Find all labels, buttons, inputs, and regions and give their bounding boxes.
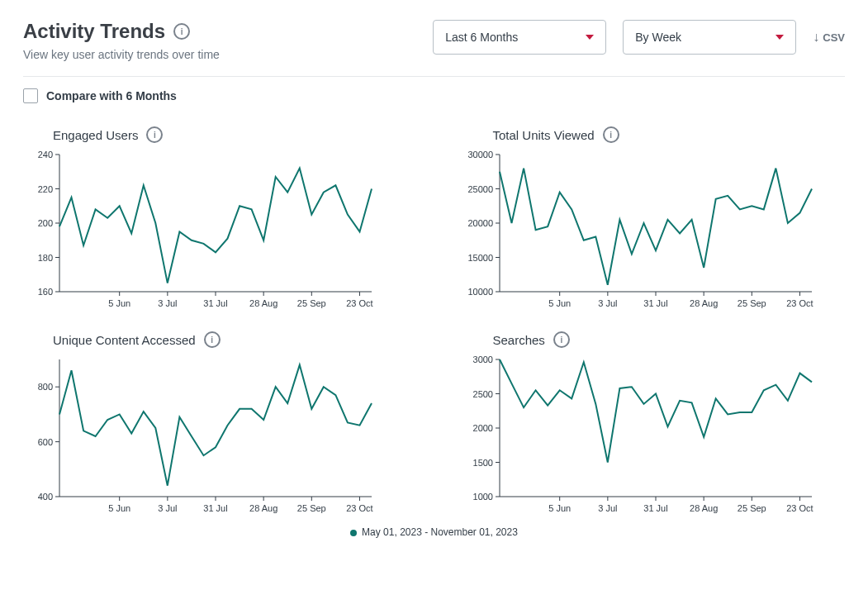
- chart-title: Unique Content Accessed: [53, 333, 196, 347]
- granularity-select[interactable]: By Week: [623, 20, 796, 55]
- chart-title: Total Units Viewed: [493, 128, 595, 142]
- x-tick-label: 23 Oct: [346, 503, 372, 513]
- x-tick-label: 5 Jun: [548, 298, 571, 308]
- y-tick-label: 160: [38, 287, 53, 297]
- download-icon: ↓: [813, 31, 819, 44]
- page-title: Activity Trends: [23, 20, 165, 43]
- x-tick-label: 3 Jul: [158, 503, 177, 513]
- page-subtitle: View key user activity trends over time: [23, 48, 220, 61]
- x-tick-label: 28 Aug: [690, 298, 718, 308]
- x-tick-label: 28 Aug: [690, 503, 718, 513]
- info-icon[interactable]: [173, 23, 190, 40]
- info-icon[interactable]: [603, 126, 619, 143]
- chart-content: Unique Content Accessed4006008005 Jun3 J…: [23, 331, 406, 520]
- y-tick-label: 1500: [472, 458, 492, 468]
- x-tick-label: 5 Jun: [548, 503, 571, 513]
- y-tick-label: 400: [38, 492, 53, 502]
- y-tick-label: 600: [38, 437, 53, 447]
- y-tick-label: 240: [38, 150, 53, 159]
- y-tick-label: 3000: [472, 354, 492, 364]
- chart-searches: Searches100015002000250030005 Jun3 Jul31…: [463, 331, 846, 520]
- info-icon[interactable]: [553, 331, 570, 348]
- x-tick-label: 23 Oct: [346, 298, 372, 308]
- csv-label: CSV: [823, 31, 845, 44]
- y-tick-label: 30000: [467, 150, 493, 159]
- x-tick-label: 5 Jun: [108, 503, 130, 513]
- chart-svg-engaged: 1601802002202405 Jun3 Jul31 Jul28 Aug25 …: [23, 150, 378, 315]
- legend-range: May 01, 2023 - November 01, 2023: [362, 526, 518, 538]
- chart-svg-content: 4006008005 Jun3 Jul31 Jul28 Aug25 Sep23 …: [23, 354, 378, 520]
- x-tick-label: 31 Jul: [643, 503, 667, 513]
- x-tick-label: 31 Jul: [643, 298, 667, 308]
- chart-title: Searches: [493, 333, 545, 347]
- x-tick-label: 25 Sep: [737, 298, 766, 308]
- chart-units: Total Units Viewed1000015000200002500030…: [463, 126, 846, 315]
- x-tick-label: 3 Jul: [598, 298, 617, 308]
- info-icon[interactable]: [204, 331, 221, 348]
- chevron-down-icon: [586, 35, 594, 40]
- granularity-label: By Week: [635, 31, 681, 44]
- series-line: [500, 359, 812, 463]
- x-tick-label: 25 Sep: [737, 503, 766, 513]
- y-tick-label: 2000: [472, 423, 492, 433]
- chart-title: Engaged Users: [53, 128, 138, 142]
- series-line: [59, 169, 372, 283]
- x-tick-label: 25 Sep: [297, 503, 326, 513]
- date-range-label: Last 6 Months: [445, 31, 518, 44]
- x-tick-label: 25 Sep: [297, 298, 326, 308]
- y-tick-label: 15000: [467, 253, 493, 263]
- y-tick-label: 10000: [467, 287, 493, 297]
- compare-label: Compare with 6 Months: [46, 89, 177, 102]
- y-tick-label: 180: [38, 253, 53, 263]
- y-tick-label: 220: [38, 184, 53, 194]
- x-tick-label: 3 Jul: [158, 298, 177, 308]
- chart-engaged: Engaged Users1601802002202405 Jun3 Jul31…: [23, 126, 406, 315]
- y-tick-label: 20000: [467, 218, 493, 228]
- y-tick-label: 1000: [472, 492, 492, 502]
- legend: May 01, 2023 - November 01, 2023: [23, 526, 845, 538]
- y-tick-label: 800: [38, 382, 53, 392]
- compare-checkbox[interactable]: [23, 88, 38, 103]
- chevron-down-icon: [776, 35, 784, 40]
- series-line: [500, 169, 812, 285]
- y-tick-label: 25000: [467, 184, 493, 194]
- x-tick-label: 23 Oct: [786, 298, 813, 308]
- y-tick-label: 2500: [472, 389, 492, 399]
- download-csv-button[interactable]: ↓ CSV: [813, 31, 845, 44]
- x-tick-label: 28 Aug: [249, 503, 277, 513]
- chart-svg-searches: 100015002000250030005 Jun3 Jul31 Jul28 A…: [463, 354, 818, 520]
- x-tick-label: 28 Aug: [249, 298, 277, 308]
- series-line: [59, 365, 372, 486]
- legend-dot-icon: [350, 530, 357, 536]
- x-tick-label: 23 Oct: [786, 503, 813, 513]
- x-tick-label: 31 Jul: [203, 298, 227, 308]
- info-icon[interactable]: [146, 126, 163, 143]
- x-tick-label: 5 Jun: [108, 298, 130, 308]
- x-tick-label: 3 Jul: [598, 503, 617, 513]
- chart-svg-units: 10000150002000025000300005 Jun3 Jul31 Ju…: [463, 150, 818, 315]
- x-tick-label: 31 Jul: [203, 503, 227, 513]
- y-tick-label: 200: [38, 218, 53, 228]
- date-range-select[interactable]: Last 6 Months: [433, 20, 606, 55]
